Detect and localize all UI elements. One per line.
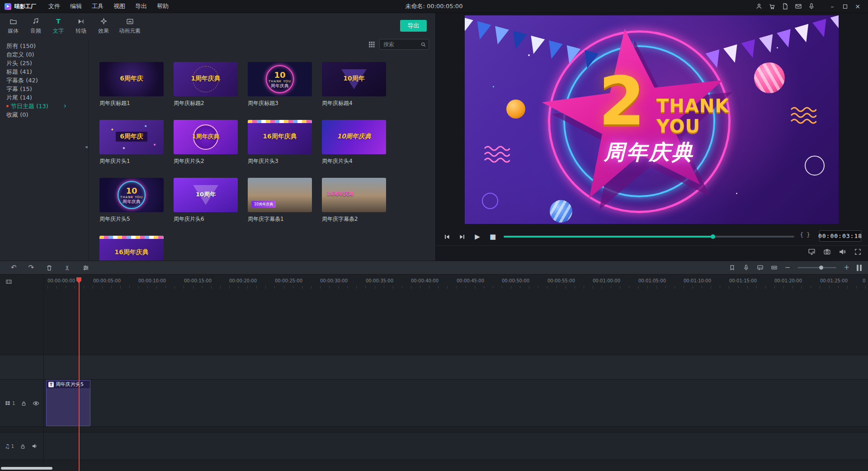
timeline-track-empty[interactable]: [0, 355, 868, 380]
minimize-button[interactable]: –: [826, 1, 838, 11]
library-item-thumbnail[interactable]: 10周年: [174, 178, 238, 212]
menu-file[interactable]: 文件: [43, 1, 65, 12]
library-item[interactable]: 6周年庆 周年庆标题1: [99, 62, 164, 107]
library-item-thumbnail[interactable]: 6周年庆: [99, 62, 164, 96]
library-item[interactable]: 10周年庆典 周年庆片头4: [322, 120, 386, 165]
redo-icon[interactable]: ↷: [28, 264, 34, 271]
stop-button[interactable]: ■: [486, 231, 500, 243]
menu-tools[interactable]: 工具: [87, 1, 108, 12]
library-item-thumbnail[interactable]: 16周年庆典: [322, 178, 386, 212]
horizontal-scrollbar[interactable]: [1, 467, 52, 470]
previous-frame-button[interactable]: [440, 231, 453, 243]
zoom-slider-knob[interactable]: [819, 266, 823, 270]
library-item[interactable]: 10THANK YOU周年庆典 周年庆标题3: [248, 62, 312, 107]
split-scissors-icon[interactable]: ✂: [64, 265, 71, 271]
library-item[interactable]: 1周年庆典 周年庆标题2: [174, 62, 238, 107]
zoom-out-icon[interactable]: −: [785, 264, 791, 271]
category-custom[interactable]: 自定义 (0): [0, 50, 88, 59]
subtitle-bubble-icon[interactable]: [757, 264, 764, 271]
library-item[interactable]: 6周年庆 周年庆片头1: [99, 120, 164, 165]
zoom-to-fit-icon[interactable]: [771, 264, 778, 271]
search-icon[interactable]: [420, 42, 426, 48]
lock-icon[interactable]: [21, 400, 27, 406]
store-cart-icon[interactable]: [769, 3, 776, 10]
grid-view-icon[interactable]: [368, 41, 375, 48]
close-button[interactable]: ×: [852, 1, 863, 11]
sidebar-collapse-icon[interactable]: ◂: [85, 144, 88, 149]
tab-transition[interactable]: 转场: [70, 13, 92, 39]
library-item[interactable]: 1周年庆典 周年庆片头2: [174, 120, 238, 165]
library-item-thumbnail[interactable]: 10周年: [322, 62, 386, 96]
library-item[interactable]: 10周年 周年庆标题4: [322, 62, 386, 107]
library-item-thumbnail[interactable]: 1周年庆典: [174, 120, 238, 154]
delete-trash-icon[interactable]: [46, 264, 53, 271]
category-favorites[interactable]: 收藏 (0): [0, 110, 88, 119]
tab-effects[interactable]: 效果: [92, 13, 115, 39]
display-settings-icon[interactable]: [808, 248, 816, 256]
category-subtitles[interactable]: 字幕 (15): [0, 85, 88, 93]
library-item[interactable]: 16周年庆典 周年庆字幕条2: [322, 178, 386, 223]
menu-export[interactable]: 导出: [130, 1, 152, 12]
category-lower-thirds[interactable]: 字幕条 (42): [0, 76, 88, 85]
timeline-track-audio[interactable]: [0, 432, 868, 460]
tab-audio[interactable]: 音频: [24, 13, 47, 39]
export-button[interactable]: 导出: [400, 20, 427, 32]
next-frame-button[interactable]: [455, 231, 469, 243]
library-item-thumbnail[interactable]: 16周年庆典: [99, 236, 164, 261]
add-marker-film-icon[interactable]: [5, 278, 12, 285]
voiceover-mic-icon[interactable]: [743, 264, 750, 271]
library-item[interactable]: 16周年庆典 周年庆片头3: [248, 120, 312, 165]
seek-bar[interactable]: [504, 236, 794, 238]
library-item-thumbnail[interactable]: 10THANK YOU周年庆典: [248, 62, 312, 96]
lock-icon[interactable]: [20, 443, 26, 449]
tab-elements[interactable]: 动画元素: [115, 13, 145, 39]
mute-speaker-icon[interactable]: [32, 443, 38, 449]
snapshot-camera-icon[interactable]: [823, 248, 831, 256]
preview-video[interactable]: 2 THANK YOU 周年庆典: [465, 15, 839, 224]
library-item-thumbnail[interactable]: 10THANK YOU周年庆典: [99, 178, 164, 212]
marker-bookmark-icon[interactable]: [729, 264, 736, 271]
microphone-icon[interactable]: [808, 3, 815, 10]
mail-icon[interactable]: [795, 3, 802, 10]
volume-icon[interactable]: [839, 248, 846, 256]
category-festival-theme[interactable]: 节日主题 (13) ›: [0, 102, 88, 110]
library-item[interactable]: 10周年 周年庆片头6: [174, 178, 238, 223]
category-intros[interactable]: 片头 (25): [0, 59, 88, 67]
category-titles[interactable]: 标题 (41): [0, 67, 88, 76]
tab-text[interactable]: T 文字: [47, 13, 70, 39]
eye-visibility-icon[interactable]: [33, 400, 39, 407]
play-button[interactable]: ▶: [471, 231, 484, 243]
account-icon[interactable]: [755, 3, 763, 10]
search-input[interactable]: [380, 41, 420, 48]
maximize-button[interactable]: [839, 1, 851, 11]
pink-striped-ball: [754, 62, 785, 93]
menu-help[interactable]: 帮助: [152, 1, 174, 12]
undo-icon[interactable]: ↶: [11, 264, 17, 271]
playhead-line[interactable]: [79, 277, 80, 471]
timeline-zoom-slider[interactable]: [797, 267, 836, 268]
document-icon[interactable]: [782, 3, 789, 10]
adjust-sliders-icon[interactable]: [82, 264, 90, 271]
library-item[interactable]: 16周年庆典: [99, 236, 164, 261]
library-item[interactable]: 10THANK YOU周年庆典 周年庆片头5: [99, 178, 164, 223]
seek-bar-knob[interactable]: [711, 234, 715, 239]
menu-edit[interactable]: 编辑: [65, 1, 87, 12]
category-all[interactable]: 所有 (150): [0, 42, 88, 50]
mark-in-icon[interactable]: {: [800, 232, 803, 238]
zoom-in-icon[interactable]: +: [844, 264, 849, 271]
library-item-thumbnail[interactable]: 10周年庆典: [248, 178, 312, 212]
fullscreen-icon[interactable]: [854, 248, 862, 256]
library-item-thumbnail[interactable]: 10周年庆典: [322, 120, 386, 154]
timeline-clip[interactable]: T 周年庆片头5: [46, 380, 90, 426]
menu-view[interactable]: 视图: [108, 1, 130, 12]
library-item-thumbnail[interactable]: 6周年庆: [99, 120, 164, 154]
library-item-label: 周年庆片头4: [322, 157, 386, 165]
tab-media[interactable]: 媒体: [2, 13, 24, 39]
library-item-thumbnail[interactable]: 16周年庆典: [248, 120, 312, 154]
timeline-track-video[interactable]: [0, 380, 868, 427]
library-item-thumbnail[interactable]: 1周年庆典: [174, 62, 238, 96]
category-end-credits[interactable]: 片尾 (14): [0, 93, 88, 102]
mark-out-icon[interactable]: }: [807, 232, 810, 238]
track-manager-icon[interactable]: [857, 265, 862, 271]
library-item[interactable]: 10周年庆典 周年庆字幕条1: [248, 178, 312, 223]
